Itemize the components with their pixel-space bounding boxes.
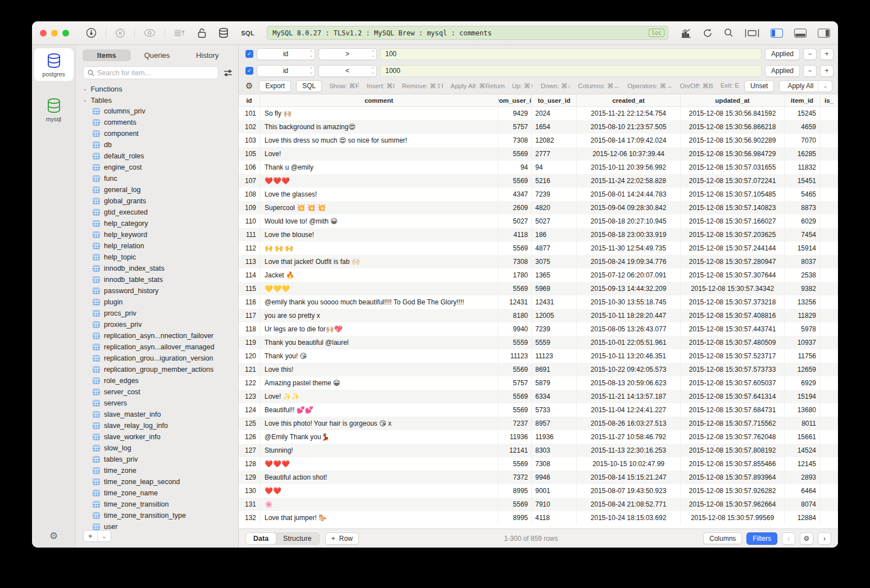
- sidebar-item-default_roles[interactable]: default_roles: [76, 151, 238, 162]
- sidebar-item-time_zone[interactable]: time_zone: [76, 465, 238, 476]
- sidebar-item-help_category[interactable]: help_category: [76, 218, 238, 229]
- sidebar-item-replication_group_member_actions[interactable]: replication_group_member_actions: [76, 364, 238, 375]
- sidebar-item-role_edges[interactable]: role_edges: [76, 375, 238, 386]
- filter-operator-select[interactable]: >⌃⌄: [318, 48, 377, 60]
- add-item-dropdown[interactable]: ⌄: [98, 534, 111, 539]
- applied-button[interactable]: Applied: [765, 48, 800, 60]
- table-row[interactable]: 127Stunning!1214183032015-11-13 22:30:16…: [239, 444, 838, 457]
- next-page-button[interactable]: ›: [818, 532, 831, 545]
- sidebar-item-help_keyword[interactable]: help_keyword: [76, 229, 238, 240]
- sidebar-item-slow_log[interactable]: slow_log: [76, 443, 238, 454]
- table-row[interactable]: 119Thank you beautiful @laurel5559555920…: [239, 336, 838, 349]
- column-header-item_id[interactable]: item_id: [785, 94, 820, 106]
- table-row[interactable]: 105Love!556927772015-12-06 10:37:39.4420…: [239, 147, 838, 161]
- table-view-icon[interactable]: [745, 29, 759, 38]
- column-header-comment[interactable]: comment: [260, 94, 498, 106]
- tab-history[interactable]: History: [183, 49, 231, 61]
- connect-icon[interactable]: [86, 28, 97, 38]
- filter-sliders-icon[interactable]: [224, 69, 233, 77]
- settings-gear-icon[interactable]: ⚙: [49, 530, 58, 542]
- sql-editor-icon[interactable]: SQL: [241, 30, 254, 37]
- sidebar-item-password_history[interactable]: password_history: [76, 285, 238, 297]
- sidebar-item-time_zone_transition_type[interactable]: time_zone_transition_type: [76, 510, 238, 521]
- tab-structure[interactable]: Structure: [276, 533, 319, 544]
- filter-enabled-checkbox[interactable]: ✓: [245, 67, 253, 75]
- table-row[interactable]: 125Love this photo! Your hair is gorgeou…: [239, 417, 838, 430]
- refresh-icon[interactable]: [703, 28, 713, 38]
- toggle-bottom-panel-icon[interactable]: [794, 29, 807, 38]
- sidebar-item-slave_relay_log_info[interactable]: slave_relay_log_info: [76, 420, 238, 431]
- sql-button[interactable]: SQL: [296, 80, 322, 92]
- sidebar-item-func[interactable]: func: [76, 173, 238, 184]
- connection-postgres[interactable]: postgres: [34, 48, 74, 81]
- filter-column-select[interactable]: id⌃⌄: [257, 48, 315, 60]
- table-row[interactable]: 120Thank you! 😘11123111232015-10-11 13:2…: [239, 349, 838, 363]
- group-tables[interactable]: ⌄ Tables: [76, 94, 238, 106]
- close-window-button[interactable]: [40, 30, 47, 37]
- chart-icon[interactable]: [681, 28, 691, 38]
- search-input[interactable]: [97, 69, 214, 77]
- table-row[interactable]: 112🙌 🙌 🙌556948772015-11-30 12:54:49.7352…: [239, 241, 838, 255]
- filter-enabled-checkbox[interactable]: ✓: [245, 50, 253, 58]
- column-header-is_[interactable]: is_: [820, 94, 838, 106]
- sidebar-item-procs_priv[interactable]: procs_priv: [76, 308, 238, 319]
- sidebar-item-general_log[interactable]: general_log: [76, 184, 238, 195]
- sidebar-item-help_topic[interactable]: help_topic: [76, 252, 238, 263]
- tab-data[interactable]: Data: [246, 533, 276, 544]
- toggle-left-panel-icon[interactable]: [771, 29, 783, 38]
- sidebar-item-proxies_priv[interactable]: proxies_priv: [76, 319, 238, 330]
- table-row[interactable]: 124Beautiful!! 💕💕556957332015-11-04 12:2…: [239, 403, 838, 417]
- zoom-window-button[interactable]: [62, 30, 69, 37]
- group-functions[interactable]: ⌄ Functions: [76, 83, 238, 94]
- filter-settings-gear-icon[interactable]: ⚙: [245, 81, 253, 91]
- table-row[interactable]: 132Love that jumper! 🐎899541182015-10-24…: [239, 511, 838, 525]
- sidebar-item-server_cost[interactable]: server_cost: [76, 386, 238, 398]
- sidebar-item-innodb_index_stats[interactable]: innodb_index_stats: [76, 263, 238, 274]
- sidebar-item-replication_asyn...nnection_failover[interactable]: replication_asyn...nnection_failover: [76, 330, 238, 341]
- column-header-id[interactable]: id: [239, 94, 260, 106]
- sidebar-item-gtid_executed[interactable]: gtid_executed: [76, 207, 238, 218]
- sidebar-item-db[interactable]: db: [76, 139, 238, 151]
- sidebar-item-time_zone_leap_second[interactable]: time_zone_leap_second: [76, 476, 238, 487]
- sidebar-item-servers[interactable]: servers: [76, 398, 238, 409]
- add-filter-button[interactable]: +: [820, 48, 833, 60]
- log-icon[interactable]: [174, 29, 185, 38]
- sidebar-item-component[interactable]: component: [76, 128, 238, 139]
- column-header-updated_at[interactable]: updated_at: [681, 94, 785, 106]
- column-header-created_at[interactable]: created_at: [577, 94, 681, 106]
- table-row[interactable]: 103Love this dress so much 😍 so nice for…: [239, 134, 838, 147]
- table-row[interactable]: 121Love this!556986912015-10-22 09:42:05…: [239, 363, 838, 376]
- connection-mysql[interactable]: mysql: [34, 93, 74, 126]
- column-header-to_user_id[interactable]: to_user_id: [532, 94, 577, 106]
- sidebar-item-columns_priv[interactable]: columns_priv: [76, 106, 238, 117]
- sidebar-item-replication_grou...iguration_version[interactable]: replication_grou...iguration_version: [76, 353, 238, 364]
- table-row[interactable]: 113Love that jacket! Outfit is fab 🙌🏻730…: [239, 255, 838, 268]
- toggle-right-panel-icon[interactable]: [818, 29, 830, 38]
- minimize-window-button[interactable]: [51, 30, 58, 37]
- table-row[interactable]: 128❤️❤️❤️556973082015-10-15 10:02:47.992…: [239, 457, 838, 471]
- column-header-from_user_id[interactable]: from_user_id: [498, 94, 532, 106]
- table-row[interactable]: 108Love the glasses!434772392015-08-01 1…: [239, 188, 838, 201]
- sidebar-item-slave_worker_info[interactable]: slave_worker_info: [76, 431, 238, 443]
- table-row[interactable]: 107❤️❤️❤️556952162015-11-24 22:02:58.828…: [239, 174, 838, 188]
- table-row[interactable]: 114Jacket 🔥178013652015-07-12 06:20:07.0…: [239, 268, 838, 282]
- table-row[interactable]: 117you are so pretty x8180120052015-10-1…: [239, 309, 838, 322]
- database-icon[interactable]: [218, 28, 229, 38]
- applied-button[interactable]: Applied: [765, 65, 800, 77]
- sidebar-item-global_grants[interactable]: global_grants: [76, 195, 238, 207]
- tab-items[interactable]: Items: [83, 49, 131, 61]
- table-row[interactable]: 131🌸556979102015-08-24 21:08:52.7712015-…: [239, 498, 838, 511]
- table-row[interactable]: 126@Emily Thank you💃🏽11936119362015-11-2…: [239, 430, 838, 444]
- sidebar-item-slave_master_info[interactable]: slave_master_info: [76, 409, 238, 420]
- add-row-button[interactable]: + Row: [325, 532, 359, 545]
- remove-filter-button[interactable]: −: [803, 65, 817, 77]
- filter-column-select[interactable]: id⌃⌄: [257, 65, 315, 77]
- table-row[interactable]: 101So fly 🙌🏼942920242015-11-21 22:12:54.…: [239, 107, 838, 120]
- sidebar-item-time_zone_name[interactable]: time_zone_name: [76, 487, 238, 499]
- table-row[interactable]: 111Love the blouse!41181862015-08-18 23:…: [239, 228, 838, 241]
- table-row[interactable]: 130❤️❤️899590012015-08-07 19:43:50.92320…: [239, 484, 838, 498]
- sidebar-item-comments[interactable]: comments: [76, 117, 238, 128]
- sidebar-item-engine_cost[interactable]: engine_cost: [76, 162, 238, 173]
- export-button[interactable]: Export: [259, 80, 291, 92]
- table-row[interactable]: 129Beautiful action shot!737299462015-08…: [239, 471, 838, 484]
